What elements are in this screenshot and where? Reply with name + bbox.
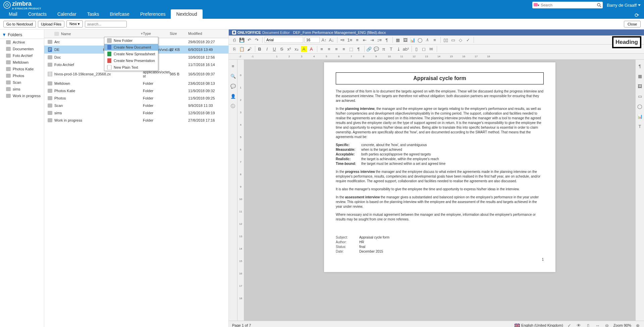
font-family-select[interactable] — [265, 37, 303, 43]
align-center-icon[interactable]: ≡ — [326, 46, 332, 52]
bold-icon[interactable]: B — [257, 46, 263, 52]
nav-tab-nextcloud[interactable]: Nextcloud — [171, 9, 202, 19]
vertical-ruler[interactable]: 0123456789101112131415161718 — [237, 60, 244, 321]
about-icon[interactable]: ⓘ — [230, 103, 236, 109]
textart-settings-icon[interactable]: T — [637, 123, 643, 129]
font-size-select[interactable] — [305, 37, 320, 43]
sidebar-folder[interactable]: Documenten — [0, 46, 44, 52]
chat-panel-icon[interactable]: 👤 — [230, 93, 236, 99]
align-right-icon[interactable]: ≡ — [333, 46, 339, 52]
merge-icon[interactable]: ⬚ — [348, 46, 354, 52]
pagebreak-icon[interactable]: ⤓ — [395, 46, 401, 52]
mailmerge-icon[interactable]: ✉ — [428, 46, 434, 52]
indent-icon[interactable]: ⇥ — [369, 37, 375, 43]
nav-tab-tasks[interactable]: Tasks — [82, 9, 105, 19]
menu-item[interactable]: New Folder — [104, 37, 158, 44]
undo-icon[interactable]: ↶ — [246, 37, 252, 43]
subscript-icon[interactable]: x₂ — [293, 46, 300, 52]
footnote-icon[interactable]: ab¹ — [403, 46, 409, 52]
sidebar-folder[interactable]: sims — [0, 86, 44, 92]
file-panel-icon[interactable]: ≡ — [230, 63, 236, 69]
sidebar-folder[interactable]: Scan — [0, 79, 44, 86]
zoom-label[interactable]: Zoom 90% — [613, 323, 631, 327]
nav-tab-calendar[interactable]: Calendar — [52, 9, 82, 19]
erase-icon[interactable]: ◇ — [458, 37, 464, 43]
insert-textart-icon[interactable]: 𝐴 — [424, 37, 430, 43]
page-info[interactable]: Page 1 of 7 — [232, 323, 251, 327]
search-input[interactable] — [539, 3, 597, 7]
folders-header[interactable]: ▼ Folders — [0, 31, 44, 39]
paste-icon[interactable]: 📋 — [239, 46, 245, 52]
find-icon[interactable]: 🔍 — [230, 73, 236, 79]
language-selector[interactable]: English (United Kingdom) — [515, 323, 563, 327]
sidebar-folder[interactable]: Work in progress — [0, 92, 44, 99]
increase-size-icon[interactable]: A↑ — [321, 37, 327, 43]
numbering-icon[interactable]: 1≡ — [347, 37, 353, 43]
nonprinting-icon[interactable]: ¶ — [356, 46, 362, 52]
header-footer-icon[interactable]: ▭ — [450, 37, 456, 43]
refresh-icon[interactable]: ⟳ — [635, 12, 639, 18]
file-row[interactable]: simsFolder12/9/2018 08:19 — [44, 109, 228, 117]
menu-item[interactable]: Create New Document — [104, 44, 158, 51]
header-settings-icon[interactable]: ▭ — [637, 93, 643, 99]
chart-settings-icon[interactable]: 📊 — [637, 113, 643, 119]
spellcheck-icon[interactable]: ✓ — [567, 322, 573, 327]
fit-page-icon[interactable]: ▯ — [585, 322, 591, 327]
underline-icon[interactable]: U — [271, 46, 277, 52]
insert-link-icon[interactable]: 🔗 — [366, 46, 372, 52]
bullets-icon[interactable]: •≡ — [339, 37, 345, 43]
linespacing-icon[interactable]: ↕≡ — [376, 37, 382, 43]
image-settings-icon[interactable]: 🖼 — [637, 83, 643, 89]
decrease-size-icon[interactable]: A↓ — [328, 37, 334, 43]
file-row[interactable]: MeltdownFolder23/6/2018 08:13 — [44, 80, 228, 87]
file-search-input[interactable] — [85, 21, 127, 27]
sidebar-folder[interactable]: Photos Katie — [0, 66, 44, 72]
outdent-icon[interactable]: ⇤ — [362, 37, 368, 43]
document-canvas[interactable]: Appraisal cycle form The purpose of this… — [244, 60, 635, 321]
insert-table-icon[interactable]: ▦ — [395, 37, 401, 43]
copy-icon[interactable]: ⎘ — [231, 46, 237, 52]
file-row[interactable]: ScanFolder9/9/2018 11:33 — [44, 102, 228, 109]
file-row[interactable]: PhotosFolder11/9/2018 09:25 — [44, 94, 228, 102]
sidebar-folder[interactable]: Foto Archief — [0, 52, 44, 59]
strike-icon[interactable]: S — [279, 46, 285, 52]
track-changes-icon[interactable]: 👁 — [576, 322, 582, 327]
nav-tab-briefcase[interactable]: Briefcase — [105, 9, 135, 19]
align-left-icon[interactable]: ≡ — [319, 46, 325, 52]
page-size-icon[interactable]: ▯ — [413, 46, 419, 52]
insert-equation-icon[interactable]: π — [381, 46, 387, 52]
brush-icon[interactable]: 🖌 — [246, 46, 252, 52]
sidebar-folder[interactable]: Archive — [0, 39, 44, 46]
menu-item[interactable]: Create New Presentation — [104, 57, 158, 64]
insert-comment-icon[interactable]: 💬 — [373, 46, 379, 52]
horizontal-ruler[interactable]: -2-1123456789101112131415161718 — [229, 54, 644, 60]
margins-icon[interactable]: ◻ — [421, 46, 427, 52]
file-row[interactable]: Photos KatieFolder11/9/2018 09:32 — [44, 87, 228, 94]
save-icon[interactable]: 💾 — [239, 37, 245, 43]
nav-tab-contacts[interactable]: Contacts — [23, 9, 52, 19]
nav-tab-mail[interactable]: Mail — [3, 9, 23, 19]
font-color-icon[interactable]: A — [308, 46, 314, 52]
upload-files-button[interactable]: Upload Files — [38, 21, 64, 27]
menu-item[interactable]: Create New Spreadsheet — [104, 51, 158, 57]
global-search[interactable]: ▾ — [532, 2, 603, 8]
insert-image-icon[interactable]: 🖼 — [402, 37, 408, 43]
menu-item[interactable]: New Plain Text — [104, 64, 158, 71]
comments-panel-icon[interactable]: 💬 — [230, 83, 236, 89]
zoom-out-icon[interactable]: ⊖ — [604, 322, 610, 327]
columns-icon[interactable]: ▯▯ — [443, 37, 449, 43]
goto-nextcloud-button[interactable]: Go to Nextcloud — [3, 21, 36, 27]
superscript-icon[interactable]: x² — [286, 46, 292, 52]
review-icon[interactable]: ✓ — [465, 37, 471, 43]
highlight-icon[interactable]: A — [301, 46, 307, 52]
align-justify-icon[interactable]: ≡ — [341, 46, 347, 52]
sidebar-folder[interactable]: Meltdown — [0, 59, 44, 66]
redo-icon[interactable]: ↷ — [254, 37, 260, 43]
user-menu[interactable]: Barry de Graaff — [607, 3, 641, 8]
paragraph-icon[interactable]: ¶ — [384, 37, 390, 43]
insert-chart-icon[interactable]: 📊 — [410, 37, 416, 43]
file-row[interactable]: Work in progressFolder27/8/2018 17:16 — [44, 117, 228, 124]
italic-icon[interactable]: I — [264, 46, 270, 52]
fit-width-icon[interactable]: ↔ — [595, 322, 601, 327]
zoom-in-icon[interactable]: ⊕ — [635, 322, 641, 327]
